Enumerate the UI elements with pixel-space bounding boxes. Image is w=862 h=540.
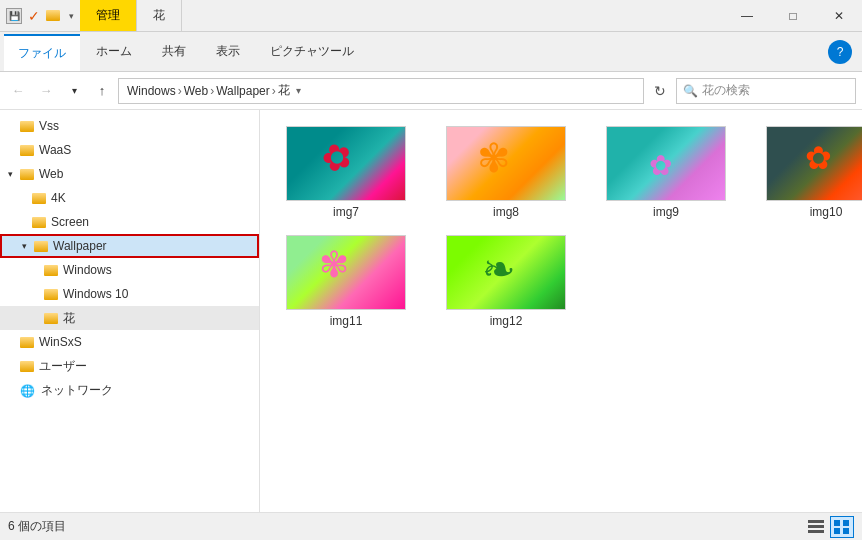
sidebar-item-windows10[interactable]: Windows 10 [0,282,259,306]
folder-icon [44,289,58,300]
search-icon: 🔍 [683,84,698,98]
ribbon-spacer [370,32,826,71]
sidebar-item-windows[interactable]: Windows [0,258,259,282]
ribbon-tab-view[interactable]: 表示 [202,32,254,71]
history-dropdown-button[interactable]: ▾ [62,79,86,103]
sidebar-item-label: ネットワーク [41,382,113,399]
help-button[interactable]: ? [828,40,852,64]
refresh-button[interactable]: ↻ [648,79,672,103]
search-placeholder: 花の検索 [702,82,750,99]
thumbnail-img12[interactable]: img12 [436,235,576,328]
thumbnail-img10-image [766,126,862,201]
thumbnail-img8-label: img8 [493,205,519,219]
close-button[interactable]: ✕ [816,0,862,32]
expand-arrow: ▾ [8,169,20,179]
maximize-button[interactable]: □ [770,0,816,32]
view-buttons [804,516,854,538]
view-details-button[interactable] [804,516,828,538]
sidebar-item-hana[interactable]: 花 [0,306,259,330]
svg-rect-3 [834,520,840,526]
sidebar-scroll[interactable]: Vss WaaS ▾ Web 4K Screen [0,110,259,512]
thumbnail-img7-label: img7 [333,205,359,219]
folder-icon [46,10,60,21]
thumbnail-img9-label: img9 [653,205,679,219]
svg-rect-6 [843,528,849,534]
save-icon: 💾 [6,8,22,24]
folder-icon [20,145,34,156]
thumbnail-img7[interactable]: img7 [276,126,416,219]
folder-icon [20,361,34,372]
sidebar-item-label: 花 [63,310,75,327]
thumbnail-img10-label: img10 [810,205,843,219]
address-bar: ← → ▾ ↑ Windows › Web › Wallpaper › 花 ▾ … [0,72,862,110]
svg-rect-4 [843,520,849,526]
thumbnail-img9[interactable]: img9 [596,126,736,219]
back-button[interactable]: ← [6,79,30,103]
folder-icon [34,241,48,252]
path-dropdown-icon[interactable]: ▾ [296,85,301,96]
folder-icon [20,169,34,180]
title-tabs: 管理 花 [80,0,402,31]
title-spacer [402,0,724,31]
tab-hana[interactable]: 花 [137,0,182,31]
address-path[interactable]: Windows › Web › Wallpaper › 花 ▾ [118,78,644,104]
svg-rect-0 [808,520,824,523]
up-button[interactable]: ↑ [90,79,114,103]
thumbnail-img9-image [606,126,726,201]
sidebar-item-4k[interactable]: 4K [0,186,259,210]
thumbnail-img11[interactable]: img11 [276,235,416,328]
content-area: img7 img8 img9 img10 img11 img12 [260,110,862,512]
ribbon-tab-home[interactable]: ホーム [82,32,146,71]
folder-icon [44,313,58,324]
svg-rect-2 [808,530,824,533]
sidebar-item-winsxs[interactable]: WinSxS [0,330,259,354]
folder-icon [32,217,46,228]
ribbon-tab-share[interactable]: 共有 [148,32,200,71]
thumbnail-img10[interactable]: img10 [756,126,862,219]
sidebar-item-label: Windows [63,263,112,277]
sidebar-item-web[interactable]: ▾ Web [0,162,259,186]
path-segment-windows: Windows [127,84,176,98]
sidebar-item-users[interactable]: ユーザー [0,354,259,378]
minimize-button[interactable]: — [724,0,770,32]
sidebar-item-label: WinSxS [39,335,82,349]
dropdown-icon[interactable]: ▾ [69,11,74,21]
folder-icon [44,265,58,276]
view-largeicon-button[interactable] [830,516,854,538]
sidebar-item-network[interactable]: 🌐 ネットワーク [0,378,259,402]
tab-kanri[interactable]: 管理 [80,0,137,31]
sidebar-item-waas[interactable]: WaaS [0,138,259,162]
network-icon: 🌐 [20,384,36,396]
thumbnail-img11-label: img11 [330,314,363,328]
thumbnail-img12-label: img12 [490,314,523,328]
folder-icon [20,121,34,132]
search-box[interactable]: 🔍 花の検索 [676,78,856,104]
folder-icon [32,193,46,204]
ribbon: ファイル ホーム 共有 表示 ピクチャツール ? [0,32,862,72]
window-controls: — □ ✕ [724,0,862,31]
sidebar-item-vss[interactable]: Vss [0,114,259,138]
sidebar-item-label: Vss [39,119,59,133]
sidebar-item-label: WaaS [39,143,71,157]
content-grid: img7 img8 img9 img10 img11 img12 [276,126,846,328]
sidebar-item-screen[interactable]: Screen [0,210,259,234]
forward-button[interactable]: → [34,79,58,103]
ribbon-tab-file[interactable]: ファイル [4,34,80,71]
sidebar: Vss WaaS ▾ Web 4K Screen [0,110,260,512]
expand-arrow: ▾ [22,241,34,251]
status-bar: 6 個の項目 [0,512,862,540]
sidebar-item-label: Web [39,167,63,181]
ribbon-tab-picture-tools[interactable]: ピクチャツール [256,32,368,71]
path-segment-wallpaper: Wallpaper [216,84,270,98]
sidebar-item-label: Windows 10 [63,287,128,301]
sidebar-item-label: Screen [51,215,89,229]
sidebar-item-label: ユーザー [39,358,87,375]
thumbnail-img12-image [446,235,566,310]
thumbnail-img8[interactable]: img8 [436,126,576,219]
svg-rect-5 [834,528,840,534]
path-segment-web: Web [184,84,208,98]
svg-rect-1 [808,525,824,528]
folder-icon [20,337,34,348]
thumbnail-img7-image [286,126,406,201]
sidebar-item-wallpaper[interactable]: ▾ Wallpaper [0,234,259,258]
